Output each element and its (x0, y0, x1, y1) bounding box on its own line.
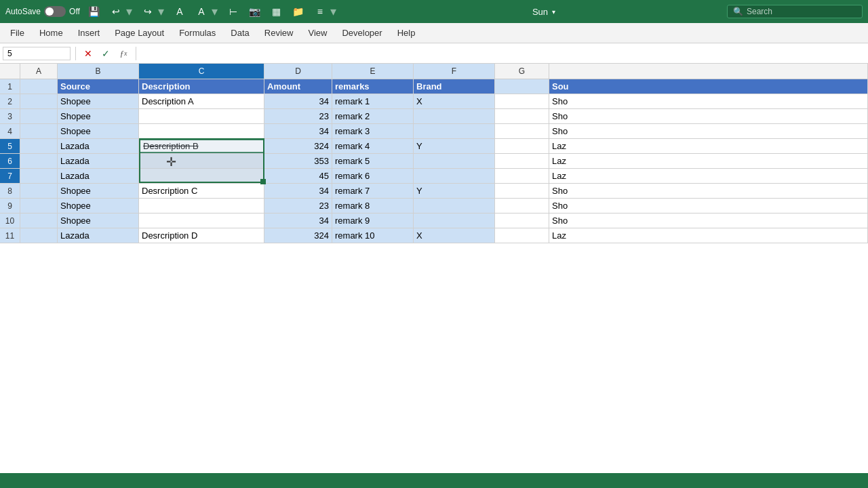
cell-c7[interactable] (139, 169, 264, 183)
autosave-control[interactable]: AutoSave Off (5, 6, 80, 17)
cell-d2[interactable]: 34 (264, 94, 332, 108)
cell-e4[interactable]: remark 3 (332, 124, 414, 138)
cell-a3[interactable] (20, 109, 58, 123)
cell-f11[interactable]: X (414, 228, 495, 243)
confirm-formula-button[interactable]: ✓ (98, 46, 113, 61)
cell-f6[interactable] (414, 154, 495, 168)
cell-c6[interactable] (139, 154, 264, 168)
cell-g5[interactable] (495, 139, 549, 153)
cell-f5[interactable]: Y (414, 139, 495, 153)
cell-d8[interactable]: 34 (264, 184, 332, 198)
folder-icon[interactable]: 📁 (291, 4, 306, 19)
save-icon[interactable]: 💾 (87, 4, 102, 19)
cell-f10[interactable] (414, 214, 495, 228)
cell-a2[interactable] (20, 94, 58, 108)
cell-a5[interactable] (20, 139, 58, 153)
cell-f9[interactable] (414, 199, 495, 213)
cell-b10[interactable]: Shopee (58, 214, 139, 228)
cell-d11[interactable]: 324 (264, 228, 332, 243)
cell-c9[interactable] (139, 199, 264, 213)
cell-d6[interactable]: 353 (264, 154, 332, 168)
cell-a8[interactable] (20, 184, 58, 198)
menu-home[interactable]: Home (33, 25, 70, 41)
cell-f2[interactable]: X (414, 94, 495, 108)
profile-dropdown[interactable]: ▾ (552, 8, 555, 16)
cell-a4[interactable] (20, 124, 58, 138)
col-header-f[interactable]: F (414, 64, 495, 79)
formula-input[interactable] (141, 48, 865, 58)
cell-e10[interactable]: remark 9 (332, 214, 414, 228)
cell-f8[interactable]: Y (414, 184, 495, 198)
search-input[interactable] (747, 7, 856, 16)
cell-e9[interactable]: remark 8 (332, 199, 414, 213)
cell-g7[interactable] (495, 169, 549, 183)
cell-g1[interactable] (495, 79, 549, 94)
cell-h5-partial[interactable]: Laz (549, 139, 868, 153)
col-header-b[interactable]: B (58, 64, 139, 79)
menu-file[interactable]: File (3, 25, 31, 41)
cell-g9[interactable] (495, 199, 549, 213)
search-box[interactable]: 🔍 (727, 5, 863, 18)
col-header-e[interactable]: E (332, 64, 414, 79)
cell-c3[interactable] (139, 109, 264, 123)
menu-help[interactable]: Help (391, 25, 422, 41)
format-text-icon[interactable]: A (172, 4, 187, 19)
menu-formulas[interactable]: Formulas (172, 25, 222, 41)
cancel-formula-button[interactable]: ✕ (81, 46, 96, 61)
cell-a9[interactable] (20, 199, 58, 213)
cell-reference[interactable]: 5 (3, 47, 71, 60)
cell-g8[interactable] (495, 184, 549, 198)
cell-e6[interactable]: remark 5 (332, 154, 414, 168)
cell-b3[interactable]: Shopee (58, 109, 139, 123)
cell-a6[interactable] (20, 154, 58, 168)
cell-g6[interactable] (495, 154, 549, 168)
col-header-c[interactable]: C (139, 64, 264, 79)
cell-a7[interactable] (20, 169, 58, 183)
cell-d4[interactable]: 34 (264, 124, 332, 138)
cell-h11-partial[interactable]: Laz (549, 228, 868, 243)
layout-icon[interactable]: ▦ (269, 4, 284, 19)
menu-developer[interactable]: Developer (335, 25, 389, 41)
font-color-icon[interactable]: A (194, 4, 209, 19)
cell-g10[interactable] (495, 214, 549, 228)
cell-h3-partial[interactable]: Sho (549, 109, 868, 123)
cell-g2[interactable] (495, 94, 549, 108)
cell-h10-partial[interactable]: Sho (549, 214, 868, 228)
insert-function-button[interactable]: ƒx (116, 46, 131, 61)
cell-d9[interactable]: 23 (264, 199, 332, 213)
cell-c4[interactable] (139, 124, 264, 138)
cell-h6-partial[interactable]: Laz (549, 154, 868, 168)
cell-c8[interactable]: Desrcription C (139, 184, 264, 198)
cell-e7[interactable]: remark 6 (332, 169, 414, 183)
cell-b7[interactable]: Lazada (58, 169, 139, 183)
cell-b5[interactable]: Lazada (58, 139, 139, 153)
cell-d1[interactable]: Amount (264, 79, 332, 94)
cell-e2[interactable]: remark 1 (332, 94, 414, 108)
menu-review[interactable]: Review (258, 25, 300, 41)
camera-icon[interactable]: 📷 (248, 4, 262, 19)
cell-e1[interactable]: remarks (332, 79, 414, 94)
cell-b9[interactable]: Shopee (58, 199, 139, 213)
menu-insert[interactable]: Insert (71, 25, 107, 41)
cell-b6[interactable]: Lazada (58, 154, 139, 168)
cell-f4[interactable] (414, 124, 495, 138)
cell-f3[interactable] (414, 109, 495, 123)
cell-c5-active[interactable]: Desrcription B (139, 139, 264, 153)
cell-g11[interactable] (495, 228, 549, 243)
cell-c2[interactable]: Description A (139, 94, 264, 108)
cell-b8[interactable]: Shopee (58, 184, 139, 198)
cell-e5[interactable]: remark 4 (332, 139, 414, 153)
menu-data[interactable]: Data (224, 25, 256, 41)
cell-h8-partial[interactable]: Sho (549, 184, 868, 198)
col-header-g[interactable]: G (495, 64, 549, 79)
cell-a11[interactable] (20, 228, 58, 243)
autosave-toggle[interactable] (44, 6, 66, 17)
more-icon[interactable]: ≡ (313, 4, 328, 19)
cell-c11[interactable]: Desrcription D (139, 228, 264, 243)
trim-icon[interactable]: ⊢ (226, 4, 241, 19)
cell-c10[interactable] (139, 214, 264, 228)
cell-h4-partial[interactable]: Sho (549, 124, 868, 138)
cell-f7[interactable] (414, 169, 495, 183)
cell-d7[interactable]: 45 (264, 169, 332, 183)
col-header-h-partial[interactable] (549, 64, 868, 79)
